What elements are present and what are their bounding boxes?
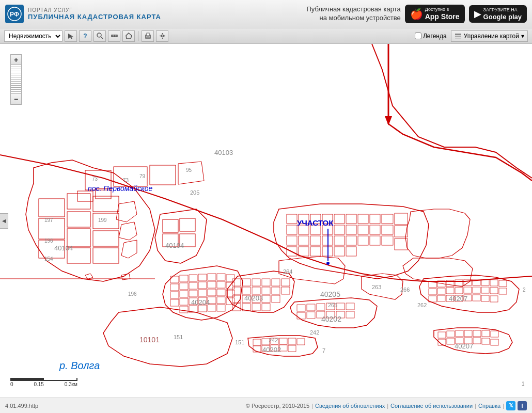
footer-sep3: | xyxy=(475,403,476,409)
svg-text:пос. Первомайское: пос. Первомайское xyxy=(88,184,152,193)
logo-bottom: ПУБЛИЧНАЯ КАДАСТРОВАЯ КАРТА xyxy=(28,13,161,21)
mobile-label: Публичная кадастровая картана мобильном … xyxy=(306,5,400,23)
search-tool-button[interactable] xyxy=(93,30,106,42)
svg-text:40202: 40202 xyxy=(262,346,281,354)
scale-line xyxy=(10,378,77,381)
map-svg: 40103 пос. Первомайское 40104 40104 79 7… xyxy=(0,44,532,398)
svg-text:40104: 40104 xyxy=(165,242,184,249)
svg-rect-16 xyxy=(455,38,461,39)
googleplay-text: ЗАГРУЗИТЕ НА Google play xyxy=(483,7,522,21)
footer-sep4: | xyxy=(503,403,504,409)
svg-text:196: 196 xyxy=(44,238,53,244)
logo-text-area: ПОРТАЛ УСЛУГ ПУБЛИЧНАЯ КАДАСТРОВАЯ КАРТА xyxy=(28,7,161,21)
info-tool-button[interactable]: ? xyxy=(79,30,91,42)
scale-label-0: 0 xyxy=(10,382,13,387)
zoom-controls: + − xyxy=(10,54,22,105)
googleplay-icon: ▶ xyxy=(474,8,481,20)
svg-rect-12 xyxy=(147,37,149,38)
footer-copyright: © Росреестр, 2010-2015 xyxy=(246,403,309,409)
svg-text:95: 95 xyxy=(186,167,192,173)
appstore-button[interactable]: 🍎 Доступно в App Store xyxy=(405,5,465,23)
cursor-tool-button[interactable] xyxy=(65,30,77,42)
svg-text:40103: 40103 xyxy=(214,149,233,156)
svg-text:264: 264 xyxy=(283,268,292,275)
svg-text:242: 242 xyxy=(310,329,319,336)
svg-text:1: 1 xyxy=(522,381,525,387)
legend-checkbox-label[interactable]: Легенда xyxy=(415,33,447,40)
svg-text:263: 263 xyxy=(372,284,381,290)
area-tool-button[interactable] xyxy=(122,30,135,42)
footer-help-link[interactable]: Справка xyxy=(478,403,500,409)
toolbar-separator xyxy=(138,31,138,41)
svg-point-215 xyxy=(326,262,330,265)
header: РФ ПОРТАЛ УСЛУГ ПУБЛИЧНАЯ КАДАСТРОВАЯ КА… xyxy=(0,0,532,28)
footer-url: 4.01.499.http xyxy=(5,403,38,409)
svg-text:РФ: РФ xyxy=(10,11,19,18)
svg-rect-14 xyxy=(455,34,461,35)
facebook-button[interactable]: f xyxy=(518,401,527,410)
svg-text:УЧАСТОК: УЧАСТОК xyxy=(297,218,334,227)
property-type-select[interactable]: Недвижимость xyxy=(4,30,62,42)
layers-icon xyxy=(455,33,462,40)
svg-text:262: 262 xyxy=(417,302,427,308)
footer-agreement-link[interactable]: Соглашение об использовании xyxy=(390,403,473,409)
zoom-out-button[interactable]: − xyxy=(11,94,21,104)
svg-text:73: 73 xyxy=(92,176,98,182)
print-button[interactable] xyxy=(142,30,154,42)
svg-text:151: 151 xyxy=(235,339,244,345)
svg-text:40207: 40207 xyxy=(455,342,473,350)
measure-tool-button[interactable] xyxy=(108,30,120,42)
svg-text:2: 2 xyxy=(523,287,526,293)
footer-updates-link[interactable]: Сведения об обновлениях xyxy=(315,403,385,409)
logo-top: ПОРТАЛ УСЛУГ xyxy=(28,7,161,13)
apple-icon: 🍎 xyxy=(410,8,423,20)
svg-text:265: 265 xyxy=(328,302,337,308)
googleplay-button[interactable]: ▶ ЗАГРУЗИТЕ НА Google play xyxy=(469,5,527,23)
svg-text:40207: 40207 xyxy=(449,295,467,303)
svg-text:7: 7 xyxy=(322,347,325,354)
svg-text:40204: 40204 xyxy=(191,298,210,306)
toolbar-right: Легенда Управление картой ▾ xyxy=(415,30,528,42)
legend-checkbox[interactable] xyxy=(415,33,421,39)
svg-marker-9 xyxy=(126,33,132,39)
map-container[interactable]: 40103 пос. Первомайское 40104 40104 79 7… xyxy=(0,44,532,398)
svg-line-4 xyxy=(101,37,103,39)
footer-right: © Росреестр, 2010-2015 | Сведения об обн… xyxy=(246,401,527,410)
svg-rect-11 xyxy=(147,33,149,36)
svg-text:154: 154 xyxy=(44,256,53,262)
toolbar: Недвижимость ? Легенда Управление картой xyxy=(0,28,532,44)
svg-text:40205: 40205 xyxy=(320,290,340,298)
logo-icon: РФ xyxy=(5,5,24,23)
twitter-button[interactable]: 𝕏 xyxy=(506,401,515,410)
manage-map-chevron: ▾ xyxy=(521,33,524,40)
scale-bar: 0 0.15 0.3км xyxy=(10,378,77,387)
logo-area: РФ ПОРТАЛ УСЛУГ ПУБЛИЧНАЯ КАДАСТРОВАЯ КА… xyxy=(5,5,161,23)
zoom-in-button[interactable]: + xyxy=(11,55,21,65)
settings-button[interactable] xyxy=(156,30,168,42)
scale-label-03: 0.3км xyxy=(65,382,77,387)
appstore-text: Доступно в App Store xyxy=(425,7,460,21)
svg-point-13 xyxy=(161,35,163,37)
scale-label-015: 0.15 xyxy=(34,382,43,387)
scale-half-white xyxy=(44,378,76,380)
svg-point-3 xyxy=(97,33,101,37)
svg-text:197: 197 xyxy=(44,217,53,223)
svg-text:р. Волга: р. Волга xyxy=(59,360,100,371)
manage-map-label: Управление картой xyxy=(464,33,519,40)
scale-labels: 0 0.15 0.3км xyxy=(10,382,77,387)
svg-text:10101: 10101 xyxy=(139,336,160,344)
svg-text:266: 266 xyxy=(400,287,410,293)
svg-text:199: 199 xyxy=(98,217,107,223)
footer-sep1: | xyxy=(311,403,313,409)
svg-text:196: 196 xyxy=(128,291,137,297)
legend-label: Легенда xyxy=(423,33,447,40)
svg-text:242: 242 xyxy=(269,337,278,343)
svg-text:73: 73 xyxy=(123,178,129,183)
scale-half-black xyxy=(11,378,44,380)
manage-map-button[interactable]: Управление картой ▾ xyxy=(451,30,528,42)
svg-text:205: 205 xyxy=(190,189,199,196)
svg-text:40203: 40203 xyxy=(244,294,263,302)
header-right: Публичная кадастровая картана мобильном … xyxy=(306,5,527,23)
svg-rect-15 xyxy=(455,36,461,37)
nav-arrow-left[interactable]: ◀ xyxy=(0,213,8,229)
